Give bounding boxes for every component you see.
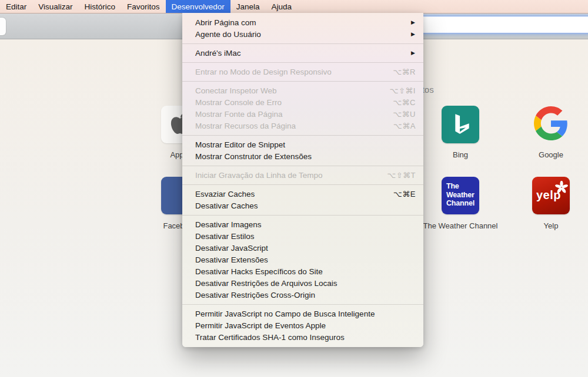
menu-item-label: Mostrar Editor de Snippet bbox=[195, 140, 416, 149]
menu-item-desativar-javascript[interactable]: Desativar JavaScript bbox=[182, 242, 423, 254]
favorite-tile-weather-channel[interactable]: The Weather Channel bbox=[442, 177, 479, 214]
menu-item-shortcut: ⌥⇧⌘I bbox=[390, 86, 416, 95]
menu-item-mostrar-fonte-da-pagina: Mostrar Fonte da Página⌥⌘U bbox=[182, 108, 423, 120]
menu-separator bbox=[182, 215, 423, 216]
menu-item-permitir-javascript-de-eventos-apple[interactable]: Permitir JavaScript de Eventos Apple bbox=[182, 319, 423, 331]
menu-item-desativar-estilos[interactable]: Desativar Estilos bbox=[182, 230, 423, 242]
menu-item-shortcut: ⌥⇧⌘T bbox=[387, 171, 416, 180]
menu-bar: EditarVisualizarHistóricoFavoritosDesenv… bbox=[0, 0, 588, 14]
menubar-item-visualizar[interactable]: Visualizar bbox=[32, 0, 78, 13]
menu-item-iniciar-gravacao-da-linha-de-tempo: Iniciar Gravação da Linha de Tempo⌥⇧⌘T bbox=[182, 169, 423, 181]
menu-item-label: Desativar Imagens bbox=[195, 220, 416, 229]
menu-item-label: Permitir JavaScript de Eventos Apple bbox=[195, 321, 416, 330]
menu-item-label: Entrar no Modo de Design Responsivo bbox=[195, 68, 393, 76]
menubar-item-desenvolvedor[interactable]: Desenvolvedor bbox=[166, 0, 230, 13]
menu-item-label: Esvaziar Caches bbox=[195, 190, 393, 198]
menu-item-mostrar-console-de-erro: Mostrar Console de Erro⌥⌘C bbox=[182, 96, 423, 108]
menu-separator bbox=[182, 81, 423, 82]
menu-item-label: Desativar Hacks Específicos do Site bbox=[195, 267, 416, 276]
submenu-arrow-icon: ▶ bbox=[411, 31, 415, 37]
menu-item-mostrar-recursos-da-pagina: Mostrar Recursos da Página⌥⌘A bbox=[182, 120, 423, 132]
menu-item-esvaziar-caches[interactable]: Esvaziar Caches⌥⌘E bbox=[182, 188, 423, 200]
menubar-item-favoritos[interactable]: Favoritos bbox=[121, 0, 166, 13]
menu-item-shortcut: ⌥⌘R bbox=[393, 68, 416, 76]
toolbar-button-fragment[interactable] bbox=[0, 18, 6, 35]
menu-item-label: Desativar Estilos bbox=[195, 232, 416, 241]
favorite-tile-yelp[interactable]: yelp bbox=[532, 177, 570, 214]
submenu-arrow-icon: ▶ bbox=[411, 50, 415, 56]
menu-item-label: Conectar Inspetor Web bbox=[195, 86, 390, 95]
menu-item-shortcut: ⌥⌘E bbox=[393, 190, 416, 198]
menu-item-label: Tratar Certificados SHA-1 como Inseguros bbox=[195, 333, 416, 342]
menu-item-label: Desativar Restrições de Arquivos Locais bbox=[195, 279, 416, 288]
favorite-tile-bing[interactable] bbox=[442, 106, 479, 143]
menu-item-desativar-imagens[interactable]: Desativar Imagens bbox=[182, 218, 423, 230]
twc-line-1: The bbox=[446, 182, 479, 191]
menu-item-label: Desativar JavaScript bbox=[195, 244, 416, 253]
menubar-item-editar[interactable]: Editar bbox=[0, 0, 32, 13]
menu-item-label: Desativar Extensões bbox=[195, 255, 416, 264]
menubar-item-janela[interactable]: Janela bbox=[230, 0, 266, 13]
safari-window: Favoritos Apple Bing Go bbox=[0, 0, 588, 377]
menu-item-desativar-caches[interactable]: Desativar Caches bbox=[182, 200, 423, 211]
menubar-item-ajuda[interactable]: Ajuda bbox=[265, 0, 298, 13]
twc-line-2: Weather bbox=[446, 191, 479, 200]
favorite-label-bing: Bing bbox=[422, 150, 499, 160]
menu-item-label: Agente do Usuário bbox=[195, 30, 411, 39]
menu-item-label: Abrir Página com bbox=[195, 18, 411, 27]
menu-item-agente-do-usuario[interactable]: Agente do Usuário▶ bbox=[182, 28, 423, 40]
menu-separator bbox=[182, 184, 423, 185]
bing-logo-icon bbox=[447, 112, 473, 137]
menu-item-desativar-restricoes-cross-origin[interactable]: Desativar Restrições Cross-Origin bbox=[182, 289, 423, 301]
menu-item-mostrar-editor-de-snippet[interactable]: Mostrar Editor de Snippet bbox=[182, 139, 423, 150]
menu-item-label: Permitir JavaScript no Campo de Busca In… bbox=[195, 309, 416, 318]
twc-line-3: Channel bbox=[446, 199, 479, 208]
yelp-burst-icon bbox=[555, 181, 568, 194]
menu-item-desativar-restricoes-de-arquivos-locais[interactable]: Desativar Restrições de Arquivos Locais bbox=[182, 277, 423, 289]
favorite-label-weather-channel: The Weather Channel bbox=[422, 221, 499, 231]
menu-item-abrir-pagina-com[interactable]: Abrir Página com▶ bbox=[182, 16, 423, 28]
menu-item-desativar-hacks-especificos-do-site[interactable]: Desativar Hacks Específicos do Site bbox=[182, 265, 423, 277]
menu-item-permitir-javascript-no-campo-de-busca-inteligente[interactable]: Permitir JavaScript no Campo de Busca In… bbox=[182, 308, 423, 319]
menu-separator bbox=[182, 62, 423, 63]
menu-item-entrar-no-modo-de-design-responsivo: Entrar no Modo de Design Responsivo⌥⌘R bbox=[182, 66, 423, 78]
favorite-tile-google[interactable] bbox=[532, 105, 570, 142]
menu-item-andre-s-imac[interactable]: André's iMac▶ bbox=[182, 47, 423, 59]
menu-item-conectar-inspetor-web: Conectar Inspetor Web⌥⇧⌘I bbox=[182, 85, 423, 96]
favorite-label-google: Google bbox=[513, 150, 588, 160]
google-logo-icon bbox=[534, 106, 568, 140]
menu-item-label: Mostrar Construtor de Extensões bbox=[195, 152, 416, 161]
menu-item-label: Desativar Restrições Cross-Origin bbox=[195, 291, 416, 299]
menu-item-label: Mostrar Recursos da Página bbox=[195, 122, 393, 130]
menu-item-mostrar-construtor-de-extensoes[interactable]: Mostrar Construtor de Extensões bbox=[182, 150, 423, 162]
menu-separator bbox=[182, 43, 423, 44]
submenu-arrow-icon: ▶ bbox=[411, 19, 415, 25]
menu-separator bbox=[182, 135, 423, 136]
menu-item-label: Mostrar Fonte da Página bbox=[195, 110, 393, 119]
menu-item-tratar-certificados-sha-1-como-inseguros[interactable]: Tratar Certificados SHA-1 como Inseguros bbox=[182, 331, 423, 343]
menu-separator bbox=[182, 304, 423, 305]
menu-item-label: Desativar Caches bbox=[195, 201, 416, 210]
menu-item-desativar-extensoes[interactable]: Desativar Extensões bbox=[182, 254, 423, 265]
favorite-label-yelp: Yelp bbox=[513, 221, 588, 231]
weather-channel-logo: The Weather Channel bbox=[442, 177, 479, 208]
menu-item-shortcut: ⌥⌘A bbox=[393, 122, 416, 130]
menu-item-shortcut: ⌥⌘U bbox=[393, 110, 416, 119]
developer-menu: Abrir Página com▶Agente do Usuário▶André… bbox=[182, 13, 423, 347]
menu-item-label: Mostrar Console de Erro bbox=[195, 98, 393, 107]
menu-item-label: André's iMac bbox=[195, 49, 411, 58]
menu-item-shortcut: ⌥⌘C bbox=[393, 98, 416, 107]
menu-item-label: Iniciar Gravação da Linha de Tempo bbox=[195, 171, 387, 180]
menu-separator bbox=[182, 166, 423, 166]
menubar-item-historico[interactable]: Histórico bbox=[79, 0, 122, 13]
